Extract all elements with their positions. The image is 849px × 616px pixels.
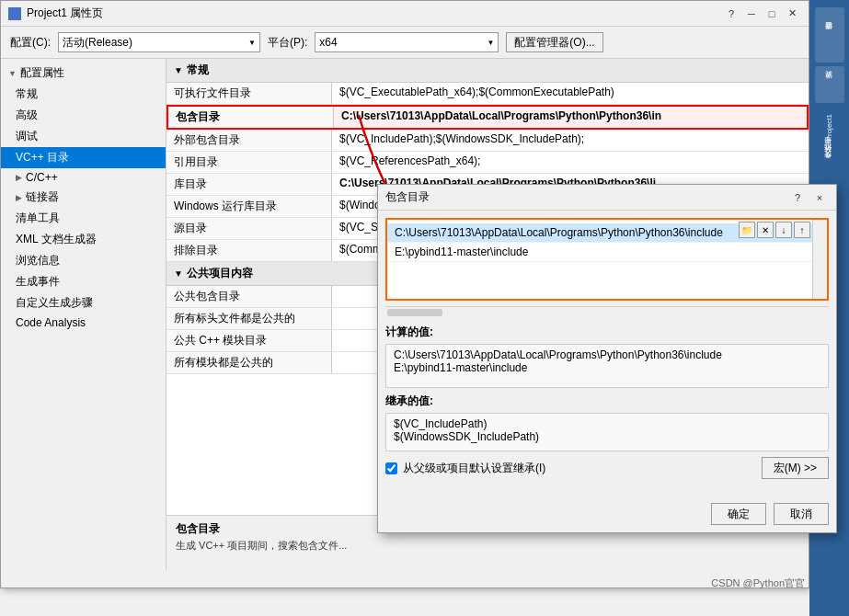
calc-value-0: C:\Users\71013\AppData\Local\Programs\Py… [394,348,820,361]
main-title-bar: Project1 属性页 ? ─ □ ✕ [1,1,809,27]
inherit-checkbox-label[interactable]: 从父级或项目默认设置继承(I) [403,461,545,476]
section-toggle-public[interactable]: ▼ [174,268,183,279]
config-label: 配置(C): [10,35,51,51]
config-arrow-icon: ▼ [248,39,256,47]
close-button[interactable]: ✕ [783,6,801,22]
collapse-icon: ▼ [8,69,17,78]
config-select[interactable]: 活动(Release) ▼ [58,32,260,52]
section-toggle-general[interactable]: ▼ [174,65,183,75]
new-folder-btn[interactable]: 📁 [739,222,755,238]
move-up-btn[interactable]: ↑ [794,222,810,238]
config-manager-button[interactable]: 配置管理器(O)... [506,32,602,52]
sub-dialog: 包含目录 ? × 📁 ✕ ↓ ↑ C:\Users\71013\AppData\… [377,184,837,533]
sidebar-item-linker[interactable]: ▶ 链接器 [1,187,166,208]
prop-executable-dir[interactable]: 可执行文件目录 $(VC_ExecutablePath_x64);$(Commo… [166,83,809,105]
calc-value-box: C:\Users\71013\AppData\Local\Programs\Py… [385,344,829,388]
expand-icon-2: ▶ [16,193,22,202]
help-button[interactable]: ? [722,6,740,22]
platform-select[interactable]: x64 ▼ [315,32,499,52]
side-icon-1[interactable]: 资源 [815,66,844,103]
description-text: 生成 VC++ 项目期间，搜索包含文件... [176,539,799,553]
expand-icon: ▶ [16,173,22,182]
sidebar-item-buildevents[interactable]: 生成事件 [1,271,166,292]
dir-vscrollbar[interactable] [812,220,827,299]
dir-list-container: 📁 ✕ ↓ ↑ C:\Users\71013\AppData\Local\Pro… [385,218,829,301]
sidebar-item-cpp[interactable]: ▶ C/C++ [1,168,166,187]
sub-dialog-content: 📁 ✕ ↓ ↑ C:\Users\71013\AppData\Local\Pro… [378,211,836,532]
sidebar-item-advanced[interactable]: 高级 [1,105,166,126]
sub-close-button[interactable]: × [810,189,829,206]
sidebar-item-manifest[interactable]: 清单工具 [1,208,166,229]
maximize-button[interactable]: □ [763,6,781,22]
dir-hscrollbar[interactable] [385,306,829,317]
side-icon-0[interactable]: 管理器 [815,7,844,63]
calc-section: 计算的值: C:\Users\71013\AppData\Local\Progr… [385,325,829,388]
sidebar-item-xmlgen[interactable]: XML 文档生成器 [1,229,166,250]
inherited-value-box: $(VC_IncludePath) $(WindowsSDK_IncludePa… [385,413,829,451]
platform-label: 平台(P): [268,35,307,51]
sidebar-item-codeanalysis[interactable]: Code Analysis [1,314,166,332]
hscroll-thumb [387,309,442,316]
minimize-button[interactable]: ─ [742,6,761,22]
inherited-value-0: $(VC_IncludePath) [394,417,820,430]
sidebar-item-browse[interactable]: 浏览信息 [1,250,166,271]
sub-help-button[interactable]: ? [788,189,807,206]
config-row: 配置(C): 活动(Release) ▼ 平台(P): x64 ▼ 配置管理器(… [1,27,809,59]
inherit-checkbox-row: 从父级或项目默认设置继承(I) 宏(M) >> [385,457,829,479]
side-project-text: 'Project1 [825,114,833,143]
section-general: ▼ 常规 [166,59,809,83]
prop-external-include[interactable]: 外部包含目录 $(VC_IncludePath);$(WindowsSDK_In… [166,130,809,152]
dir-entry-1[interactable]: E:\pybind11-master\include [387,243,827,262]
sidebar: ▼ 配置属性 常规 高级 调试 VC++ 目录 ▶ C/C++ ▶ 链接器 [1,59,166,570]
sub-dialog-controls: ? × [788,189,829,206]
prop-include-dir[interactable]: 包含目录 C:\Users\71013\AppData\Local\Progra… [166,105,809,130]
title-controls: ? ─ □ ✕ [722,6,801,22]
app-icon [8,7,21,20]
dir-toolbar-row: 📁 ✕ ↓ ↑ C:\Users\71013\AppData\Local\Pro… [385,218,829,301]
delete-btn[interactable]: ✕ [757,222,774,238]
macro-button[interactable]: 宏(M) >> [762,457,829,479]
inherited-label: 继承的值: [385,394,829,409]
inherited-value-1: $(WindowsSDK_IncludePath) [394,430,820,443]
sub-dialog-title: 包含目录 [385,189,430,205]
sub-dialog-buttons: 确定 取消 [385,503,829,525]
inherited-section: 继承的值: $(VC_IncludePath) $(WindowsSDK_Inc… [385,394,829,451]
sidebar-root[interactable]: ▼ 配置属性 [1,63,166,84]
ok-button[interactable]: 确定 [711,503,766,525]
prop-ref-dir[interactable]: 引用目录 $(VC_ReferencesPath_x64); [166,152,809,174]
sidebar-item-vcpp[interactable]: VC++ 目录 [1,147,166,168]
cancel-button[interactable]: 取消 [774,503,829,525]
sidebar-item-debug[interactable]: 调试 [1,126,166,147]
move-down-btn[interactable]: ↓ [775,222,792,238]
main-title: Project1 属性页 [27,6,103,21]
inherit-checkbox[interactable] [385,462,397,474]
sub-dialog-title-bar: 包含目录 ? × [378,185,836,211]
title-bar-left: Project1 属性页 [8,6,103,21]
dir-toolbar: 📁 ✕ ↓ ↑ [739,222,810,238]
platform-arrow-icon: ▼ [487,39,494,47]
sidebar-item-general[interactable]: 常规 [1,84,166,105]
calc-label: 计算的值: [385,325,829,340]
calc-value-1: E:\pybind11-master\include [394,361,820,374]
sidebar-item-custombuild[interactable]: 自定义生成步骤 [1,292,166,314]
